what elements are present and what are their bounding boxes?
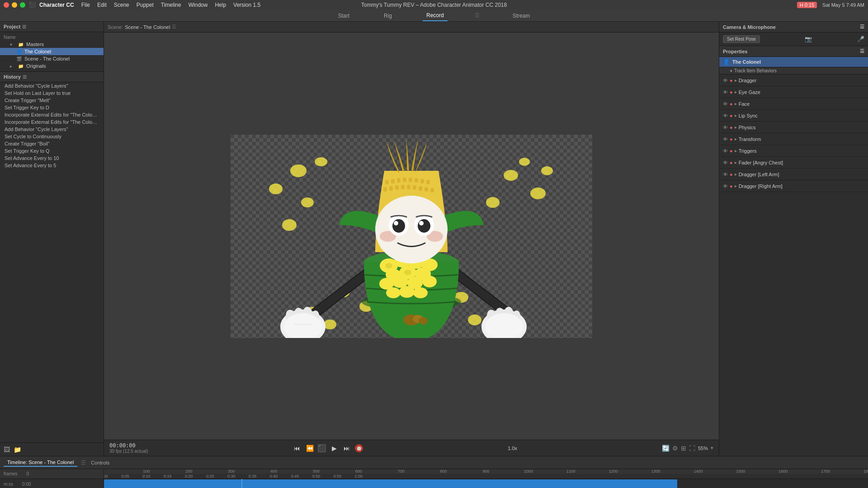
- stop-button[interactable]: ⬛: [318, 444, 326, 452]
- tab-record[interactable]: Record: [423, 10, 448, 21]
- tab-stream[interactable]: Stream: [509, 11, 534, 21]
- behavior-vis-icon[interactable]: 👁: [723, 101, 728, 107]
- menu-timeline[interactable]: Timeline: [161, 2, 181, 8]
- history-item[interactable]: Set Cycle to Continuously: [0, 133, 104, 140]
- project-tool-icon2[interactable]: 📁: [14, 446, 21, 453]
- camera-menu-icon[interactable]: ☰: [860, 24, 864, 30]
- scene-name-link[interactable]: Scene - The Colonel: [125, 24, 170, 30]
- menu-file[interactable]: File: [81, 2, 90, 8]
- timeline-tab[interactable]: Timeline: Scene - The Colonel: [4, 459, 77, 467]
- behavior-expand-icon[interactable]: ▸: [735, 125, 737, 130]
- behavior-rec-dot[interactable]: ●: [730, 78, 733, 83]
- behavior-vis-icon[interactable]: 👁: [723, 172, 728, 177]
- tab-rig[interactable]: Rig: [380, 11, 396, 21]
- behavior-expand-icon[interactable]: ▸: [735, 101, 737, 106]
- record-button[interactable]: ⏺: [355, 444, 363, 452]
- grid-icon[interactable]: ⊞: [681, 445, 686, 452]
- sync-icon[interactable]: 🔄: [662, 445, 670, 452]
- close-button[interactable]: [4, 2, 9, 8]
- behavior-vis-icon[interactable]: 👁: [723, 78, 728, 83]
- set-rest-pose-button[interactable]: Set Rest Pose: [723, 35, 760, 43]
- behavior-vis-icon[interactable]: 👁: [723, 183, 728, 189]
- behavior-item[interactable]: 👁 ● ▸ Face: [719, 98, 868, 110]
- history-menu-icon[interactable]: ☰: [23, 75, 27, 80]
- behavior-vis-icon[interactable]: 👁: [723, 89, 728, 95]
- skip-to-start-button[interactable]: ⏮: [292, 444, 302, 453]
- speed-label[interactable]: 1.0x: [508, 446, 517, 451]
- controls-tab[interactable]: Controls: [91, 460, 109, 465]
- history-item[interactable]: Set Advance Every to 10: [0, 155, 104, 162]
- behavior-item[interactable]: 👁 ● ▸ Eye Gaze: [719, 86, 868, 98]
- behavior-rec-dot[interactable]: ●: [730, 125, 733, 130]
- skip-forward-button[interactable]: ⏭: [342, 444, 351, 453]
- project-menu-icon[interactable]: ☰: [22, 24, 26, 29]
- behavior-item[interactable]: 👁 ● ▸ Lip Sync: [719, 110, 868, 122]
- menu-scene[interactable]: Scene: [114, 2, 129, 8]
- timeline-tab-menu-icon[interactable]: ☰: [81, 460, 87, 466]
- behavior-item[interactable]: 👁 ● ▸ Physics: [719, 122, 868, 133]
- menu-window[interactable]: Window: [189, 2, 208, 8]
- history-item[interactable]: Set Advance Every to 5: [0, 162, 104, 169]
- tree-item-masters[interactable]: ▾ 📁 Masters: [0, 41, 104, 48]
- behavior-expand-icon[interactable]: ▸: [735, 113, 737, 118]
- behavior-item[interactable]: 👁 ● ▸ Triggers: [719, 145, 868, 157]
- history-item[interactable]: Incorporate External Edits for "The Colo…: [0, 118, 104, 126]
- minimize-button[interactable]: [12, 2, 17, 8]
- behavior-rec-dot[interactable]: ●: [730, 136, 733, 142]
- rewind-button[interactable]: ⏪: [305, 444, 314, 453]
- history-item[interactable]: Set Trigger Key to Q: [0, 147, 104, 155]
- tree-item-colonel[interactable]: 👤 The Colonel: [0, 48, 104, 55]
- history-item[interactable]: Add Behavior "Cycle Layers": [0, 126, 104, 133]
- behavior-rec-dot[interactable]: ●: [730, 113, 733, 118]
- behavior-expand-icon[interactable]: ▸: [735, 78, 737, 83]
- crop-icon[interactable]: ⛶: [689, 445, 695, 452]
- behavior-expand-icon[interactable]: ▸: [735, 183, 737, 188]
- playhead[interactable]: [241, 479, 242, 488]
- maximize-button[interactable]: [20, 2, 25, 8]
- settings-icon[interactable]: ⚙: [672, 445, 678, 452]
- scene-menu-icon[interactable]: ☰: [172, 24, 176, 30]
- behavior-item[interactable]: 👁 ● ▸ Fader [Angry Chest]: [719, 157, 868, 169]
- behavior-vis-icon[interactable]: 👁: [723, 136, 728, 142]
- behavior-rec-dot[interactable]: ●: [730, 89, 733, 95]
- menu-edit[interactable]: Edit: [97, 2, 107, 8]
- timeline-content[interactable]: [104, 479, 868, 488]
- behavior-item[interactable]: 👁 ● ▸ Dragger [Right Arm]: [719, 180, 868, 192]
- play-button[interactable]: ▶: [330, 444, 339, 453]
- timeline-right[interactable]: 1002003004005006007008009001000110012001…: [104, 469, 868, 488]
- history-item[interactable]: Add Behavior "Cycle Layers": [0, 82, 104, 89]
- history-item[interactable]: Create Trigger "Boil": [0, 140, 104, 147]
- behavior-item[interactable]: 👁 ● ▸ Dragger: [719, 75, 868, 86]
- zoom-chevron-icon[interactable]: ▾: [711, 445, 713, 451]
- tree-item-originals[interactable]: ▸ 📁 Originals: [0, 62, 104, 70]
- properties-menu-icon[interactable]: ☰: [860, 48, 864, 54]
- menu-help[interactable]: Help: [215, 2, 226, 8]
- behavior-rec-dot[interactable]: ●: [730, 148, 733, 154]
- behavior-expand-icon[interactable]: ▸: [735, 89, 737, 94]
- behavior-vis-icon[interactable]: 👁: [723, 113, 728, 118]
- project-tool-icon1[interactable]: 🖼: [4, 446, 10, 453]
- behavior-item[interactable]: 👁 ● ▸ Transform: [719, 133, 868, 145]
- behavior-expand-icon[interactable]: ▸: [735, 136, 737, 141]
- behavior-expand-icon[interactable]: ▸: [735, 160, 737, 165]
- menu-puppet[interactable]: Puppet: [137, 2, 154, 8]
- history-item[interactable]: Incorporate External Edits for "The Colo…: [0, 111, 104, 118]
- prop-item-colonel[interactable]: 👤 The Colonel: [719, 57, 868, 67]
- behavior-rec-dot[interactable]: ●: [730, 172, 733, 177]
- behavior-vis-icon[interactable]: 👁: [723, 160, 728, 165]
- behavior-item[interactable]: 👁 ● ▸ Dragger [Left Arm]: [719, 169, 868, 180]
- behavior-rec-dot[interactable]: ●: [730, 183, 733, 189]
- behavior-expand-icon[interactable]: ▸: [735, 148, 737, 153]
- behavior-expand-icon[interactable]: ▸: [735, 172, 737, 177]
- history-item[interactable]: Set Hold on Last Layer to true: [0, 89, 104, 97]
- microphone-icon[interactable]: 🎤: [857, 36, 864, 42]
- camera-icon[interactable]: 📷: [805, 36, 812, 42]
- behavior-rec-dot[interactable]: ●: [730, 101, 733, 107]
- timeline-bar[interactable]: [104, 479, 677, 488]
- history-item[interactable]: Set Trigger Key to D: [0, 104, 104, 111]
- tree-item-scene[interactable]: 🎬 Scene - The Colonel: [0, 55, 104, 62]
- behavior-vis-icon[interactable]: 👁: [723, 125, 728, 130]
- history-item[interactable]: Create Trigger "Melt": [0, 97, 104, 104]
- tab-start[interactable]: Start: [335, 11, 353, 21]
- behavior-vis-icon[interactable]: 👁: [723, 148, 728, 154]
